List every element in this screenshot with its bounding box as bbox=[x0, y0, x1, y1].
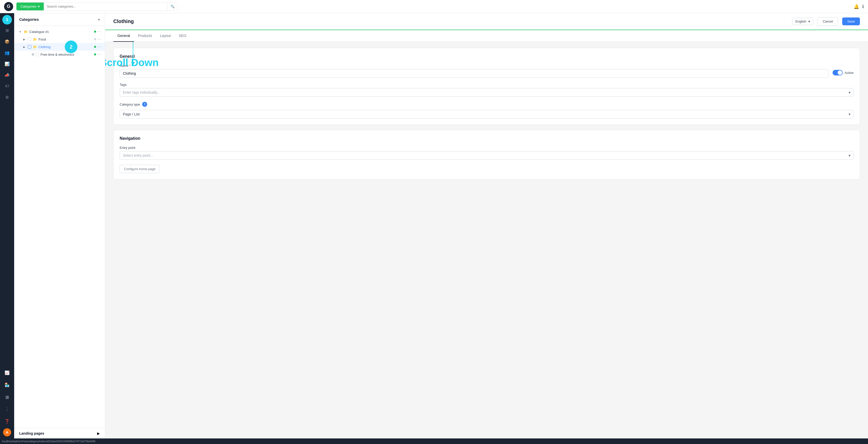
nav-icon-reports[interactable]: 📊 bbox=[2, 59, 12, 69]
nav-icon-analytics[interactable]: 📈 bbox=[2, 367, 12, 378]
cat-checkbox-clothing[interactable] bbox=[28, 45, 31, 49]
language-label: English bbox=[796, 20, 806, 23]
search-icon: 🔍 bbox=[170, 5, 175, 8]
entry-point-placeholder: Select entry point... bbox=[123, 153, 153, 157]
entry-point-select-wrapper: Select entry point... ▾ bbox=[120, 151, 854, 160]
cancel-button[interactable]: Cancel bbox=[817, 17, 838, 26]
help-icon[interactable]: ℹ bbox=[862, 4, 864, 9]
topbar-right: 🔔 ℹ bbox=[854, 4, 864, 9]
category-type-label: Category type bbox=[120, 102, 140, 106]
nav-icon-box[interactable]: 📦 bbox=[2, 36, 12, 47]
category-type-chevron-icon: ▾ bbox=[848, 112, 850, 116]
search-bar: Categories ▾ 🔍 bbox=[16, 2, 178, 11]
search-icon-button[interactable]: 🔍 bbox=[167, 3, 178, 10]
nav-icon-home[interactable]: 1 bbox=[3, 15, 12, 24]
sidebar-title: Categories bbox=[19, 17, 39, 22]
nav-icon-table[interactable]: ▦ bbox=[2, 392, 12, 402]
entry-point-label: Entry point bbox=[120, 146, 854, 150]
nav-icon-users[interactable]: 👥 bbox=[2, 48, 12, 58]
cat-checkbox-free-time[interactable] bbox=[35, 53, 39, 56]
general-card: General Name * Active bbox=[113, 48, 860, 125]
tags-select-wrapper: Enter tags individually... ▾ bbox=[120, 88, 854, 97]
nav-icon-settings[interactable]: ⚙ bbox=[2, 92, 12, 102]
name-group: Name * bbox=[120, 64, 829, 78]
sidebar-collapse-icon[interactable]: ▾ bbox=[98, 18, 100, 22]
cat-more-free-time[interactable]: ··· bbox=[98, 52, 101, 57]
entry-point-chevron-icon: ▾ bbox=[848, 153, 850, 157]
cat-status-dot-clothing bbox=[94, 46, 96, 48]
sidebar: Categories ▾ ▼ 📁 Catalogue #1 ··· ▶ 📁 bbox=[14, 13, 105, 438]
save-button[interactable]: Save bbox=[842, 18, 860, 25]
cat-more-catalogue1[interactable]: ··· bbox=[98, 29, 101, 34]
folder-icon: 📁 bbox=[24, 30, 28, 34]
folder-icon-food: 📁 bbox=[33, 37, 37, 41]
sidebar-header: Categories ▾ bbox=[14, 13, 105, 26]
cat-toggle-food[interactable]: ▶ bbox=[22, 37, 26, 41]
cat-label-food: Food bbox=[38, 37, 93, 41]
configure-home-page-button[interactable]: Configure home page bbox=[120, 165, 160, 173]
nav-icon-help-bottom[interactable]: ❓ bbox=[2, 416, 12, 426]
category-type-select-wrapper: Page / List ▾ bbox=[120, 110, 854, 118]
category-type-label-row: Category type ? bbox=[120, 102, 854, 107]
navigation-card-title: Navigation bbox=[120, 136, 854, 141]
nav-icon-grid[interactable]: ⊞ bbox=[2, 25, 12, 35]
name-row: Name * Active bbox=[120, 64, 854, 78]
language-selector[interactable]: English ▾ bbox=[792, 18, 813, 25]
cat-more-clothing[interactable]: ··· bbox=[98, 45, 101, 49]
nav-icon-tag[interactable]: 🏷 bbox=[2, 81, 12, 91]
form-content: 3 Scroll Down General Name bbox=[105, 42, 868, 438]
nav-icon-store[interactable]: 🏪 bbox=[2, 380, 12, 390]
required-mark: * bbox=[129, 64, 130, 67]
landing-pages-header[interactable]: Landing pages ▶ bbox=[19, 431, 100, 435]
tab-layout[interactable]: Layout bbox=[156, 30, 175, 42]
entry-point-group: Entry point Select entry point... ▾ bbox=[120, 146, 854, 160]
landing-pages-chevron-icon: ▶ bbox=[97, 431, 100, 435]
tags-placeholder: Enter tags individually... bbox=[123, 90, 160, 94]
tags-group: Tags Enter tags individually... ▾ bbox=[120, 83, 854, 97]
status-bar: localhost/admin#/sw/category/index/a515a… bbox=[0, 438, 868, 444]
categories-button[interactable]: Categories ▾ bbox=[17, 3, 44, 10]
page-content-wrapper: Categories ▾ ▼ 📁 Catalogue #1 ··· ▶ 📁 bbox=[14, 13, 868, 438]
cat-label-free-time: Free time & electronics bbox=[40, 53, 93, 56]
tab-products[interactable]: Products bbox=[134, 30, 156, 42]
name-input[interactable] bbox=[120, 69, 829, 78]
cat-status-dot-catalogue1 bbox=[94, 31, 96, 33]
tree-item-food[interactable]: ▶ 📁 Food ··· bbox=[14, 35, 105, 43]
cat-dot-circle-free-time bbox=[32, 53, 34, 55]
active-toggle-wrapper: Active bbox=[833, 70, 854, 76]
chevron-down-icon: ▾ bbox=[38, 5, 40, 8]
cat-label-catalogue1: Catalogue #1 bbox=[29, 30, 93, 34]
category-type-group: Category type ? Page / List ▾ bbox=[120, 102, 854, 118]
nav-icon-dots[interactable]: ⋮ bbox=[2, 404, 12, 414]
tab-seo[interactable]: SEO bbox=[175, 30, 190, 42]
tags-input[interactable]: Enter tags individually... ▾ bbox=[120, 88, 854, 97]
tags-label: Tags bbox=[120, 83, 854, 87]
landing-pages-title: Landing pages bbox=[19, 431, 44, 435]
cat-toggle-free-time bbox=[26, 52, 30, 56]
entry-point-select[interactable]: Select entry point... ▾ bbox=[120, 151, 854, 160]
cat-more-food[interactable]: ··· bbox=[98, 37, 101, 41]
tree-item-catalogue1[interactable]: ▼ 📁 Catalogue #1 ··· bbox=[14, 28, 105, 35]
status-url: localhost/admin#/sw/category/index/a515a… bbox=[2, 440, 95, 443]
sidebar-content: ▼ 📁 Catalogue #1 ··· ▶ 📁 Food ··· bbox=[14, 26, 105, 426]
landing-pages-section: Landing pages ▶ bbox=[14, 428, 105, 438]
cat-checkbox-food[interactable] bbox=[28, 37, 31, 41]
search-input[interactable] bbox=[44, 3, 167, 10]
cat-toggle-catalogue1[interactable]: ▼ bbox=[18, 30, 22, 34]
nav-bottom: 📈 🏪 ▦ ⋮ ❓ A bbox=[2, 367, 12, 436]
logo: G bbox=[4, 2, 13, 11]
cat-toggle-clothing[interactable]: ▶ bbox=[22, 45, 26, 49]
tree-item-free-time[interactable]: Free time & electronics ··· bbox=[14, 51, 105, 58]
active-toggle[interactable] bbox=[833, 70, 843, 76]
page-header: Clothing English ▾ Cancel Save bbox=[105, 13, 868, 30]
notification-icon[interactable]: 🔔 bbox=[854, 4, 859, 9]
tree-item-clothing[interactable]: ▶ 📁 Clothing ··· 2 bbox=[14, 43, 105, 51]
general-card-title: General bbox=[120, 54, 854, 59]
nav-icon-megaphone[interactable]: 📣 bbox=[2, 70, 12, 80]
category-type-help-icon[interactable]: ? bbox=[142, 102, 147, 107]
content-area: Clothing English ▾ Cancel Save General P… bbox=[105, 13, 868, 438]
tab-general[interactable]: General bbox=[113, 30, 134, 42]
user-avatar[interactable]: A bbox=[3, 428, 11, 436]
category-type-select[interactable]: Page / List ▾ bbox=[120, 110, 854, 118]
page-title: Clothing bbox=[113, 19, 788, 24]
